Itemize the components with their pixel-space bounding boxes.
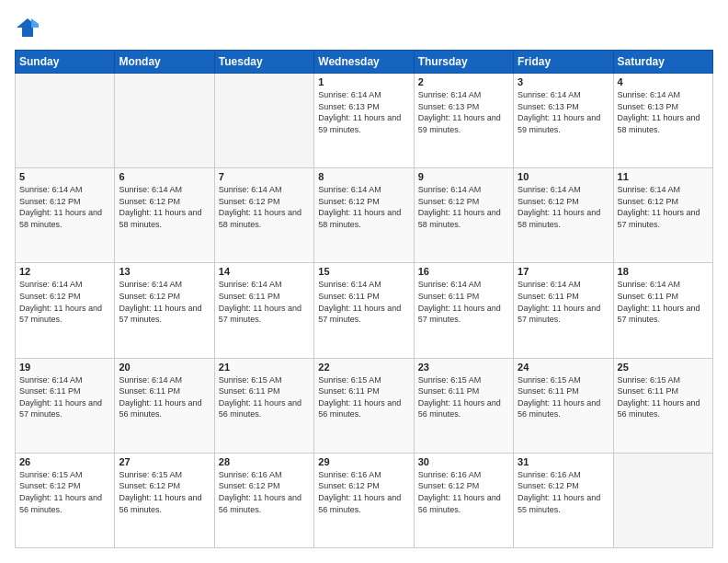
page: SundayMondayTuesdayWednesdayThursdayFrid… — [0, 0, 728, 563]
day-number: 8 — [318, 171, 409, 182]
calendar-cell: 10Sunrise: 6:14 AM Sunset: 6:12 PM Dayli… — [514, 168, 613, 263]
day-info: Sunrise: 6:14 AM Sunset: 6:13 PM Dayligh… — [518, 89, 609, 135]
calendar-cell: 4Sunrise: 6:14 AM Sunset: 6:13 PM Daylig… — [613, 74, 712, 168]
day-number: 11 — [618, 171, 709, 182]
calendar-cell: 9Sunrise: 6:14 AM Sunset: 6:12 PM Daylig… — [414, 168, 513, 263]
day-info: Sunrise: 6:15 AM Sunset: 6:12 PM Dayligh… — [19, 469, 110, 515]
calendar-cell — [115, 74, 214, 168]
day-number: 26 — [19, 456, 110, 467]
day-info: Sunrise: 6:14 AM Sunset: 6:12 PM Dayligh… — [119, 279, 210, 325]
day-info: Sunrise: 6:14 AM Sunset: 6:12 PM Dayligh… — [418, 184, 509, 230]
calendar-cell: 3Sunrise: 6:14 AM Sunset: 6:13 PM Daylig… — [514, 74, 613, 168]
day-number: 24 — [518, 362, 609, 373]
calendar-week-2: 5Sunrise: 6:14 AM Sunset: 6:12 PM Daylig… — [16, 168, 713, 263]
day-info: Sunrise: 6:15 AM Sunset: 6:11 PM Dayligh… — [318, 374, 409, 420]
day-number: 2 — [418, 76, 509, 87]
day-info: Sunrise: 6:14 AM Sunset: 6:13 PM Dayligh… — [318, 89, 409, 135]
calendar-cell: 22Sunrise: 6:15 AM Sunset: 6:11 PM Dayli… — [314, 358, 414, 453]
day-number: 13 — [119, 266, 210, 277]
calendar-weekday-friday: Friday — [514, 51, 613, 74]
day-info: Sunrise: 6:15 AM Sunset: 6:11 PM Dayligh… — [219, 374, 310, 420]
day-number: 22 — [318, 362, 409, 373]
day-number: 12 — [19, 266, 110, 277]
day-info: Sunrise: 6:14 AM Sunset: 6:11 PM Dayligh… — [119, 374, 210, 420]
day-number: 14 — [219, 266, 310, 277]
day-info: Sunrise: 6:14 AM Sunset: 6:11 PM Dayligh… — [318, 279, 409, 325]
calendar-cell: 6Sunrise: 6:14 AM Sunset: 6:12 PM Daylig… — [115, 168, 214, 263]
day-number: 5 — [19, 171, 110, 182]
day-number: 4 — [618, 76, 709, 87]
calendar-cell: 31Sunrise: 6:16 AM Sunset: 6:12 PM Dayli… — [514, 453, 613, 547]
calendar-weekday-thursday: Thursday — [414, 51, 513, 74]
day-number: 20 — [119, 362, 210, 373]
calendar-cell: 28Sunrise: 6:16 AM Sunset: 6:12 PM Dayli… — [214, 453, 313, 547]
day-number: 19 — [19, 362, 110, 373]
day-info: Sunrise: 6:14 AM Sunset: 6:13 PM Dayligh… — [418, 89, 509, 135]
day-number: 18 — [618, 266, 709, 277]
day-number: 29 — [318, 456, 409, 467]
calendar-cell: 21Sunrise: 6:15 AM Sunset: 6:11 PM Dayli… — [214, 358, 313, 453]
calendar-cell: 15Sunrise: 6:14 AM Sunset: 6:11 PM Dayli… — [314, 263, 414, 358]
day-info: Sunrise: 6:14 AM Sunset: 6:11 PM Dayligh… — [219, 279, 310, 325]
day-info: Sunrise: 6:14 AM Sunset: 6:12 PM Dayligh… — [518, 184, 609, 230]
day-number: 1 — [318, 76, 409, 87]
day-info: Sunrise: 6:15 AM Sunset: 6:11 PM Dayligh… — [518, 374, 609, 420]
day-number: 23 — [418, 362, 509, 373]
day-info: Sunrise: 6:14 AM Sunset: 6:12 PM Dayligh… — [19, 279, 110, 325]
day-info: Sunrise: 6:16 AM Sunset: 6:12 PM Dayligh… — [219, 469, 310, 515]
calendar-weekday-sunday: Sunday — [16, 51, 115, 74]
calendar-week-3: 12Sunrise: 6:14 AM Sunset: 6:12 PM Dayli… — [16, 263, 713, 358]
day-info: Sunrise: 6:14 AM Sunset: 6:12 PM Dayligh… — [618, 184, 709, 230]
calendar-weekday-wednesday: Wednesday — [314, 51, 414, 74]
day-number: 6 — [119, 171, 210, 182]
day-info: Sunrise: 6:16 AM Sunset: 6:12 PM Dayligh… — [518, 469, 609, 515]
day-number: 16 — [418, 266, 509, 277]
day-info: Sunrise: 6:14 AM Sunset: 6:12 PM Dayligh… — [119, 184, 210, 230]
day-info: Sunrise: 6:15 AM Sunset: 6:11 PM Dayligh… — [418, 374, 509, 420]
day-info: Sunrise: 6:14 AM Sunset: 6:12 PM Dayligh… — [318, 184, 409, 230]
day-info: Sunrise: 6:14 AM Sunset: 6:11 PM Dayligh… — [518, 279, 609, 325]
calendar-cell: 18Sunrise: 6:14 AM Sunset: 6:11 PM Dayli… — [613, 263, 712, 358]
calendar-cell: 19Sunrise: 6:14 AM Sunset: 6:11 PM Dayli… — [16, 358, 115, 453]
calendar-cell: 1Sunrise: 6:14 AM Sunset: 6:13 PM Daylig… — [314, 74, 414, 168]
calendar-cell — [613, 453, 712, 547]
day-info: Sunrise: 6:16 AM Sunset: 6:12 PM Dayligh… — [418, 469, 509, 515]
day-info: Sunrise: 6:14 AM Sunset: 6:11 PM Dayligh… — [19, 374, 110, 420]
calendar-week-5: 26Sunrise: 6:15 AM Sunset: 6:12 PM Dayli… — [16, 453, 713, 547]
calendar-cell — [16, 74, 115, 168]
calendar-weekday-saturday: Saturday — [613, 51, 712, 74]
day-info: Sunrise: 6:14 AM Sunset: 6:11 PM Dayligh… — [618, 279, 709, 325]
day-number: 21 — [219, 362, 310, 373]
calendar-cell: 16Sunrise: 6:14 AM Sunset: 6:11 PM Dayli… — [414, 263, 513, 358]
calendar-cell: 30Sunrise: 6:16 AM Sunset: 6:12 PM Dayli… — [414, 453, 513, 547]
calendar-cell: 24Sunrise: 6:15 AM Sunset: 6:11 PM Dayli… — [514, 358, 613, 453]
calendar-cell: 5Sunrise: 6:14 AM Sunset: 6:12 PM Daylig… — [16, 168, 115, 263]
day-info: Sunrise: 6:16 AM Sunset: 6:12 PM Dayligh… — [318, 469, 409, 515]
logo-icon — [15, 15, 40, 40]
day-number: 3 — [518, 76, 609, 87]
calendar-cell: 11Sunrise: 6:14 AM Sunset: 6:12 PM Dayli… — [613, 168, 712, 263]
calendar-cell: 13Sunrise: 6:14 AM Sunset: 6:12 PM Dayli… — [115, 263, 214, 358]
calendar-table: SundayMondayTuesdayWednesdayThursdayFrid… — [15, 50, 713, 548]
calendar-cell: 20Sunrise: 6:14 AM Sunset: 6:11 PM Dayli… — [115, 358, 214, 453]
calendar-header-row: SundayMondayTuesdayWednesdayThursdayFrid… — [16, 51, 713, 74]
day-number: 15 — [318, 266, 409, 277]
calendar-cell: 12Sunrise: 6:14 AM Sunset: 6:12 PM Dayli… — [16, 263, 115, 358]
calendar-cell: 8Sunrise: 6:14 AM Sunset: 6:12 PM Daylig… — [314, 168, 414, 263]
calendar-cell: 26Sunrise: 6:15 AM Sunset: 6:12 PM Dayli… — [16, 453, 115, 547]
day-info: Sunrise: 6:14 AM Sunset: 6:12 PM Dayligh… — [19, 184, 110, 230]
calendar-cell: 27Sunrise: 6:15 AM Sunset: 6:12 PM Dayli… — [115, 453, 214, 547]
calendar-cell: 14Sunrise: 6:14 AM Sunset: 6:11 PM Dayli… — [214, 263, 313, 358]
day-info: Sunrise: 6:14 AM Sunset: 6:11 PM Dayligh… — [418, 279, 509, 325]
calendar-weekday-monday: Monday — [115, 51, 214, 74]
day-number: 9 — [418, 171, 509, 182]
day-number: 25 — [618, 362, 709, 373]
calendar-cell: 23Sunrise: 6:15 AM Sunset: 6:11 PM Dayli… — [414, 358, 513, 453]
calendar-cell: 17Sunrise: 6:14 AM Sunset: 6:11 PM Dayli… — [514, 263, 613, 358]
day-info: Sunrise: 6:14 AM Sunset: 6:12 PM Dayligh… — [219, 184, 310, 230]
day-number: 31 — [518, 456, 609, 467]
day-number: 7 — [219, 171, 310, 182]
calendar-cell: 7Sunrise: 6:14 AM Sunset: 6:12 PM Daylig… — [214, 168, 313, 263]
day-info: Sunrise: 6:15 AM Sunset: 6:12 PM Dayligh… — [119, 469, 210, 515]
calendar-week-1: 1Sunrise: 6:14 AM Sunset: 6:13 PM Daylig… — [16, 74, 713, 168]
